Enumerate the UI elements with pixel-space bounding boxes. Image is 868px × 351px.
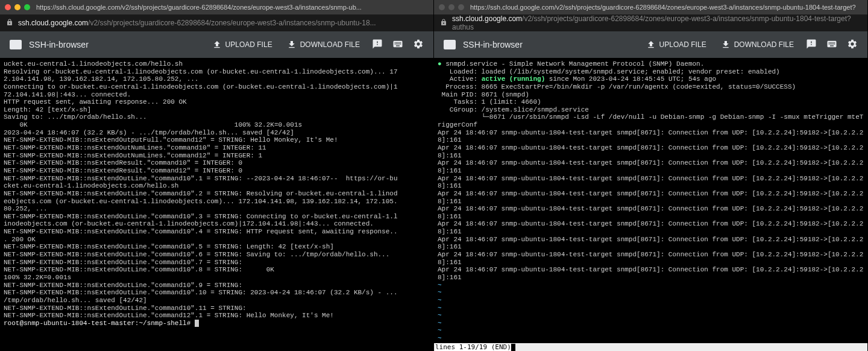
lock-icon <box>440 19 447 28</box>
terminal-line: NET-SNMP-EXTEND-MIB::nsExtendOutLine."co… <box>4 259 430 267</box>
upload-file-button[interactable]: UPLOAD FILE <box>207 37 277 52</box>
terminal-line: Apr 24 18:46:07 snmp-ubuntu-1804-test-ta… <box>438 236 864 251</box>
terminal-line: Apr 24 18:46:07 snmp-ubuntu-1804-test-ta… <box>438 220 864 235</box>
keyboard-icon[interactable] <box>390 36 406 54</box>
ssh-toolbar: SSH-in-browser UPLOAD FILE DOWNLOAD FILE <box>434 31 867 58</box>
download-icon <box>721 40 731 49</box>
traffic-lights <box>439 4 464 10</box>
terminal-line: eobjects.com (or-bucket.eu-central-1.lin… <box>4 198 430 206</box>
upload-icon <box>212 40 222 49</box>
empty-line-tilde: ~ <box>438 335 864 343</box>
terminal-line: ucket.eu-central-1.linodeobjects.com/hel… <box>4 60 430 68</box>
download-file-button[interactable]: DOWNLOAD FILE <box>716 37 799 52</box>
empty-line-tilde: ~ <box>438 327 864 335</box>
terminal-line: Apr 24 18:46:07 snmp-ubuntu-1804-test-ta… <box>438 190 864 205</box>
terminal-line: ● snmpd.service - Simple Network Managem… <box>438 60 864 68</box>
terminal-line: Apr 24 18:46:07 snmp-ubuntu-1804-test-ta… <box>438 144 864 159</box>
terminal-line: CGroup: /system.slice/snmpd.service <box>438 106 864 114</box>
terminal-line: 0K 100% 32.2K=0.001s <box>4 121 430 129</box>
terminal-line: /tmp/ordab/hello.sh... saved [42/42] <box>4 297 430 305</box>
url-text: ssh.cloud.google.com/v2/ssh/projects/gua… <box>452 14 861 31</box>
minimize-window-button[interactable] <box>448 4 454 10</box>
prompt-line[interactable]: root@snmp-ubuntu-1804-test-master:~/snmp… <box>4 320 430 327</box>
ssh-toolbar: SSH-in-browser UPLOAD FILE DOWNLOAD FILE <box>0 31 433 58</box>
download-file-button[interactable]: DOWNLOAD FILE <box>282 37 365 52</box>
cursor <box>511 344 515 351</box>
window-title: https://ssh.cloud.google.com/v2/ssh/proj… <box>36 4 429 11</box>
terminal-line: Connecting to or-bucket.eu-central-1.lin… <box>4 83 430 91</box>
terminal-right[interactable]: ● snmpd.service - Simple Network Managem… <box>434 58 867 343</box>
terminal-line: Apr 24 18:46:07 snmp-ubuntu-1804-test-ta… <box>438 159 864 174</box>
lock-icon <box>6 19 13 28</box>
terminal-line: NET-SNMP-EXTEND-MIB::nsExtendOutLine."co… <box>4 213 430 221</box>
pager-status-bar: lines 1-19/19 (END) <box>434 343 867 351</box>
close-window-button[interactable] <box>439 4 445 10</box>
terminal-line: NET-SNMP-EXTEND-MIB::nsExtendOutputFull.… <box>4 136 430 144</box>
close-window-button[interactable] <box>5 4 11 10</box>
terminal-line: Length: 42 [text/x-sh] <box>4 106 430 114</box>
terminal-line: NET-SNMP-EXTEND-MIB::nsExtendOutLine."co… <box>4 190 430 198</box>
upload-file-button[interactable]: UPLOAD FILE <box>641 37 711 52</box>
terminal-line: Loaded: loaded (/lib/systemd/system/snmp… <box>438 68 864 76</box>
terminal-line: NET-SNMP-EXTEND-MIB::nsExtendOutLine."co… <box>4 266 430 281</box>
keyboard-icon[interactable] <box>824 36 840 54</box>
url-text: ssh.cloud.google.com/v2/ssh/projects/gua… <box>18 19 376 27</box>
terminal-line: NET-SNMP-EXTEND-MIB::nsExtendOutLine."co… <box>4 305 430 312</box>
terminal-line: . 200 OK <box>4 236 430 244</box>
terminal-line: Resolving or-bucket.eu-central-1.linodeo… <box>4 68 430 76</box>
terminal-line: NET-SNMP-EXTEND-MIB::nsExtendResult."com… <box>4 167 430 175</box>
titlebar: https://ssh.cloud.google.com/v2/ssh/proj… <box>434 0 867 14</box>
terminal-line: Apr 24 18:46:07 snmp-ubuntu-1804-test-ta… <box>438 175 864 190</box>
left-window: https://ssh.cloud.google.com/v2/ssh/proj… <box>0 0 434 351</box>
empty-line-tilde: ~ <box>438 320 864 327</box>
empty-line-tilde: ~ <box>438 297 864 305</box>
terminal-line: NET-SNMP-EXTEND-MIB::nsExtendOutLine."co… <box>4 289 430 297</box>
terminal-line: Apr 24 18:46:07 snmp-ubuntu-1804-test-ta… <box>438 266 864 281</box>
upload-icon <box>646 40 656 49</box>
url-bar[interactable]: ssh.cloud.google.com/v2/ssh/projects/gua… <box>434 14 867 31</box>
window-title: https://ssh.cloud.google.com/v2/ssh/proj… <box>470 4 863 11</box>
gcp-shell-icon <box>441 36 458 53</box>
terminal-line: 2023-04-24 18:46:07 (32.2 KB/s) - .../tm… <box>4 129 430 137</box>
settings-icon[interactable] <box>844 36 860 54</box>
terminal-line: NET-SNMP-EXTEND-MIB::nsExtendOutLine."co… <box>4 282 430 289</box>
terminal-line: 80.252, ... <box>4 205 430 213</box>
terminal-line: NET-SNMP-EXTEND-MIB::nsExtendOutLine."co… <box>4 243 430 251</box>
download-icon <box>287 40 297 49</box>
maximize-window-button[interactable] <box>458 4 464 10</box>
terminal-line: NET-SNMP-EXTEND-MIB::nsExtendOutLine."co… <box>4 312 430 320</box>
gcp-shell-icon <box>7 36 24 53</box>
terminal-line: Apr 24 18:46:07 snmp-ubuntu-1804-test-ta… <box>438 251 864 266</box>
terminal-line: Main PID: 8671 (snmpd) <box>438 91 864 99</box>
maximize-window-button[interactable] <box>24 4 30 10</box>
terminal-line: └─8671 /usr/sbin/snmpd -Lsd -Lf /dev/nul… <box>438 113 864 128</box>
feedback-icon[interactable] <box>804 36 819 54</box>
terminal-line: NET-SNMP-EXTEND-MIB::nsExtendOutLine."co… <box>4 251 430 259</box>
pager-status-text: lines 1-19/19 (END) <box>435 343 511 351</box>
terminal-line: NET-SNMP-EXTEND-MIB::nsExtendOutLine."co… <box>4 228 430 236</box>
terminal-line: inodeobjects.com (or-bucket.eu-central-1… <box>4 220 430 228</box>
terminal-line: Apr 24 18:46:07 snmp-ubuntu-1804-test-ta… <box>438 129 864 144</box>
minimize-window-button[interactable] <box>14 4 20 10</box>
feedback-icon[interactable] <box>370 36 385 54</box>
terminal-line: NET-SNMP-EXTEND-MIB::nsExtendOutNumLines… <box>4 152 430 160</box>
terminal-line: Tasks: 1 (limit: 4660) <box>438 98 864 106</box>
empty-line-tilde: ~ <box>438 305 864 312</box>
terminal-left[interactable]: ucket.eu-central-1.linodeobjects.com/hel… <box>0 58 433 351</box>
traffic-lights <box>5 4 30 10</box>
terminal-line: Process: 8665 ExecStartPre=/bin/mkdir -p… <box>438 83 864 91</box>
terminal-line: 2.104.141.98, 139.162.182.14, 172.105.80… <box>4 75 430 83</box>
terminal-line: NET-SNMP-EXTEND-MIB::nsExtendOutNumLines… <box>4 144 430 152</box>
terminal-line: cket.eu-central-1.linodeobjects.com/hell… <box>4 182 430 190</box>
terminal-line: Apr 24 18:46:07 snmp-ubuntu-1804-test-ta… <box>438 205 864 220</box>
empty-line-tilde: ~ <box>438 282 864 289</box>
terminal-line: Saving to: .../tmp/ordab/hello.sh... <box>4 113 430 121</box>
cursor <box>195 320 199 327</box>
terminal-line: HTTP request sent, awaiting response... … <box>4 98 430 106</box>
settings-icon[interactable] <box>410 36 426 54</box>
toolbar-title: SSH-in-browser <box>29 40 203 49</box>
url-bar[interactable]: ssh.cloud.google.com/v2/ssh/projects/gua… <box>0 14 433 31</box>
right-window: https://ssh.cloud.google.com/v2/ssh/proj… <box>434 0 868 351</box>
titlebar: https://ssh.cloud.google.com/v2/ssh/proj… <box>0 0 433 14</box>
terminal-line: Active: active (running) since Mon 2023-… <box>438 75 864 83</box>
